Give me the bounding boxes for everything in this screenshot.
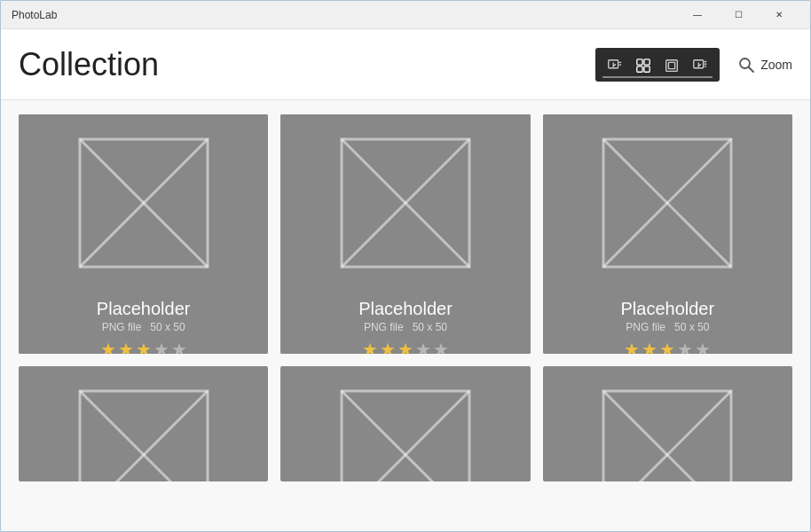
placeholder-image (335, 384, 476, 481)
import-button[interactable] (602, 53, 627, 78)
file-type: PNG file (364, 321, 404, 333)
star-rating: ★ ★ ★ ★ ★ (289, 339, 521, 354)
card-meta: PNG file 50 x 50 (552, 321, 783, 333)
close-button[interactable]: ✕ (759, 1, 799, 29)
star-3: ★ (659, 339, 675, 354)
dimensions: 50 x 50 (674, 321, 709, 333)
export-button[interactable] (688, 53, 713, 78)
star-rating: ★ ★ ★ ★ ★ (28, 339, 259, 354)
page-title: Collection (19, 46, 595, 83)
card-image (543, 114, 792, 292)
card-image (19, 366, 268, 481)
svg-rect-5 (637, 66, 642, 71)
svg-line-25 (80, 391, 208, 481)
star-5: ★ (433, 339, 449, 354)
maximize-button[interactable]: ☐ (718, 1, 759, 29)
svg-line-32 (603, 391, 731, 481)
star-4: ★ (415, 339, 431, 354)
file-type: PNG file (102, 321, 142, 333)
svg-rect-6 (644, 66, 650, 71)
toolbar-group (595, 48, 720, 82)
photo-card[interactable]: Placeholder PNG file 50 x 50 ★ ★ ★ ★ ★ (19, 114, 268, 354)
card-meta: PNG file 50 x 50 (289, 321, 521, 333)
zoom-label: Zoom (760, 58, 792, 72)
svg-rect-8 (669, 62, 675, 68)
star-1: ★ (100, 339, 116, 354)
star-5: ★ (171, 339, 187, 354)
card-image (280, 366, 530, 481)
star-5: ★ (695, 339, 711, 354)
photo-card[interactable]: Placeholder PNG file 50 x 50 ★ ★ ★ ★ ★ (543, 114, 792, 354)
svg-rect-24 (80, 391, 208, 481)
star-3: ★ (136, 339, 152, 354)
svg-line-29 (342, 391, 469, 481)
content-area: Placeholder PNG file 50 x 50 ★ ★ ★ ★ ★ (1, 100, 810, 531)
svg-rect-27 (342, 391, 469, 481)
star-1: ★ (362, 339, 378, 354)
minimize-button[interactable]: — (677, 1, 718, 29)
photo-card[interactable]: Placeholder PNG file 50 x 50 ★ ★ ★ ★ ★ (280, 114, 530, 354)
file-type: PNG file (626, 321, 665, 333)
frame-button[interactable] (659, 53, 684, 78)
svg-rect-7 (666, 59, 678, 71)
svg-point-13 (740, 59, 750, 68)
dimensions: 50 x 50 (150, 321, 185, 333)
card-image (280, 114, 530, 292)
star-3: ★ (398, 339, 413, 354)
star-2: ★ (642, 339, 657, 354)
photo-grid: Placeholder PNG file 50 x 50 ★ ★ ★ ★ ★ (19, 114, 792, 481)
star-2: ★ (118, 339, 134, 354)
search-icon[interactable] (737, 56, 755, 74)
card-info: Placeholder PNG file 50 x 50 ★ ★ ★ ★ ★ (543, 292, 792, 354)
placeholder-image (335, 132, 476, 274)
svg-rect-3 (637, 59, 642, 64)
photo-card[interactable] (543, 366, 792, 481)
dimensions: 50 x 50 (413, 321, 447, 333)
svg-line-28 (342, 391, 469, 481)
placeholder-image (73, 384, 215, 481)
star-2: ★ (380, 339, 396, 354)
placeholder-image (596, 132, 738, 274)
svg-rect-30 (603, 391, 731, 481)
header: Collection (1, 29, 810, 100)
window-controls: — ☐ ✕ (677, 1, 799, 29)
card-info: Placeholder PNG file 50 x 50 ★ ★ ★ ★ ★ (19, 292, 268, 354)
star-rating: ★ ★ ★ ★ ★ (552, 339, 783, 354)
app-title: PhotoLab (12, 9, 677, 21)
card-info: Placeholder PNG file 50 x 50 ★ ★ ★ ★ ★ (280, 292, 530, 354)
card-image (19, 114, 268, 292)
placeholder-image (73, 132, 215, 274)
card-title: Placeholder (289, 299, 521, 319)
svg-line-14 (749, 67, 753, 72)
svg-line-31 (603, 391, 731, 481)
toolbar (595, 48, 720, 82)
card-title: Placeholder (28, 299, 259, 319)
svg-line-26 (80, 391, 208, 481)
card-title: Placeholder (552, 299, 783, 319)
svg-rect-4 (644, 59, 650, 64)
placeholder-image (596, 384, 738, 481)
photo-card[interactable] (19, 366, 268, 481)
titlebar: PhotoLab — ☐ ✕ (1, 1, 810, 29)
card-image (543, 366, 792, 481)
star-1: ★ (624, 339, 640, 354)
app-window: PhotoLab — ☐ ✕ Collection (0, 0, 811, 532)
star-4: ★ (677, 339, 693, 354)
view-button[interactable] (631, 53, 656, 78)
star-4: ★ (154, 339, 169, 354)
card-meta: PNG file 50 x 50 (28, 321, 259, 333)
photo-card[interactable] (280, 366, 530, 481)
search-area: Zoom (737, 56, 792, 74)
